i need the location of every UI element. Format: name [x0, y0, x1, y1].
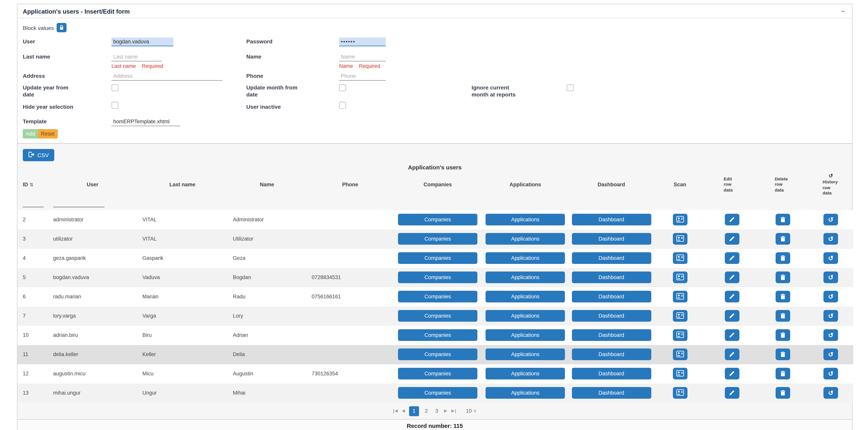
password-field[interactable] [339, 37, 386, 46]
history-row-button[interactable]: ↺ [824, 310, 838, 322]
companies-button[interactable]: Companies [398, 368, 477, 380]
edit-row-button[interactable] [725, 291, 739, 303]
history-row-button[interactable]: ↺ [824, 214, 838, 225]
edit-row-button[interactable] [725, 310, 739, 322]
delete-row-button[interactable] [776, 368, 790, 380]
collapse-panel-button[interactable]: − [841, 8, 845, 14]
dashboard-button[interactable]: Dashboard [572, 330, 651, 341]
table-row[interactable]: 10 adrian.biru Biru Adrian Companies App… [18, 326, 853, 345]
edit-row-button[interactable] [725, 272, 739, 283]
scan-button[interactable] [673, 349, 687, 360]
page-1-button[interactable]: 1 [409, 406, 419, 416]
companies-button[interactable]: Companies [398, 387, 477, 399]
edit-row-button[interactable] [725, 330, 739, 341]
page-3-button[interactable]: 3 [434, 408, 440, 414]
last-name-field[interactable] [112, 53, 162, 61]
dashboard-button[interactable]: Dashboard [572, 252, 651, 264]
scan-button[interactable] [673, 291, 687, 303]
companies-button[interactable]: Companies [398, 252, 477, 264]
scan-button[interactable] [673, 310, 687, 322]
template-field[interactable] [112, 118, 180, 126]
dashboard-button[interactable]: Dashboard [572, 368, 651, 380]
dashboard-button[interactable]: Dashboard [572, 272, 651, 283]
phone-field[interactable] [339, 72, 386, 81]
last-page-button[interactable]: ▶ [451, 409, 456, 413]
edit-row-button[interactable] [725, 214, 739, 225]
delete-row-button[interactable] [776, 349, 790, 360]
history-row-button[interactable]: ↺ [824, 272, 838, 283]
history-row-button[interactable]: ↺ [824, 330, 838, 341]
name-field[interactable] [339, 53, 386, 61]
history-row-button[interactable]: ↺ [824, 368, 838, 380]
companies-button[interactable]: Companies [398, 214, 477, 225]
companies-button[interactable]: Companies [398, 330, 477, 341]
hide-year-checkbox[interactable] [112, 102, 119, 109]
table-row[interactable]: 7 lory.varga Varga Lory Companies Applic… [18, 307, 853, 326]
csv-export-button[interactable]: CSV [23, 149, 54, 161]
delete-row-button[interactable] [776, 291, 790, 303]
id-filter-input[interactable] [23, 201, 44, 208]
edit-row-button[interactable] [725, 368, 739, 380]
companies-button[interactable]: Companies [398, 310, 477, 322]
applications-button[interactable]: Applications [486, 214, 565, 225]
scan-button[interactable] [673, 387, 687, 399]
update-year-checkbox[interactable] [112, 84, 119, 91]
companies-button[interactable]: Companies [398, 349, 477, 360]
applications-button[interactable]: Applications [486, 233, 565, 245]
table-row[interactable]: 3 utilizator VITAL Utilizator Companies … [18, 229, 853, 249]
history-row-button[interactable]: ↺ [824, 291, 838, 303]
applications-button[interactable]: Applications [486, 368, 565, 380]
table-row[interactable]: 13 mihai.ungur Ungur Mihai Companies App… [18, 383, 853, 403]
applications-button[interactable]: Applications [486, 330, 565, 341]
delete-row-button[interactable] [776, 233, 790, 245]
table-row[interactable]: 2 administrator VITAL Administrator Comp… [18, 210, 853, 229]
dashboard-button[interactable]: Dashboard [572, 349, 651, 360]
dashboard-button[interactable]: Dashboard [572, 310, 651, 322]
address-field[interactable] [112, 72, 222, 81]
delete-row-button[interactable] [776, 387, 790, 399]
column-header-id[interactable]: ID ⇅ [18, 172, 48, 197]
applications-button[interactable]: Applications [486, 387, 565, 399]
delete-row-button[interactable] [776, 310, 790, 322]
scan-button[interactable] [673, 368, 687, 380]
companies-button[interactable]: Companies [398, 291, 477, 303]
edit-row-button[interactable] [725, 252, 739, 264]
history-row-button[interactable]: ↺ [824, 349, 838, 360]
page-2-button[interactable]: 2 [423, 408, 430, 414]
applications-button[interactable]: Applications [486, 349, 565, 360]
ignore-current-checkbox[interactable] [567, 84, 574, 91]
applications-button[interactable]: Applications [486, 310, 565, 322]
dashboard-button[interactable]: Dashboard [572, 291, 651, 303]
scan-button[interactable] [673, 233, 687, 245]
scan-button[interactable] [673, 214, 687, 225]
companies-button[interactable]: Companies [398, 272, 477, 283]
update-month-checkbox[interactable] [339, 84, 346, 91]
delete-row-button[interactable] [776, 272, 790, 283]
delete-row-button[interactable] [776, 330, 790, 341]
edit-row-button[interactable] [725, 387, 739, 399]
history-row-button[interactable]: ↺ [824, 233, 838, 245]
history-row-button[interactable]: ↺ [824, 387, 838, 399]
dashboard-button[interactable]: Dashboard [572, 233, 651, 245]
block-values-lock-button[interactable] [57, 23, 67, 32]
add-button[interactable]: Add [23, 129, 38, 139]
user-filter-input[interactable] [53, 201, 104, 208]
prev-page-button[interactable]: ◀ [402, 409, 405, 413]
applications-button[interactable]: Applications [486, 272, 565, 283]
dashboard-button[interactable]: Dashboard [572, 387, 651, 399]
scan-button[interactable] [673, 330, 687, 341]
scan-button[interactable] [673, 252, 687, 264]
user-field[interactable] [112, 37, 173, 46]
table-row[interactable]: 4 geza.gasparik Gasparik Geza Companies … [18, 249, 853, 268]
table-row[interactable]: 12 augustin.micu Micu Augustin 730126354… [18, 364, 853, 383]
applications-button[interactable]: Applications [486, 291, 565, 303]
applications-button[interactable]: Applications [486, 252, 565, 264]
edit-row-button[interactable] [725, 349, 739, 360]
table-row[interactable]: 5 bogdan.vaduva Vaduva Bogdan 0728834531… [18, 268, 853, 287]
table-row[interactable]: 6 radu.marian Marian Radu 0756166161 Com… [18, 287, 853, 307]
first-page-button[interactable]: ◀ [393, 409, 398, 413]
user-inactive-checkbox[interactable] [339, 102, 346, 109]
scan-button[interactable] [673, 272, 687, 283]
delete-row-button[interactable] [776, 252, 790, 264]
edit-row-button[interactable] [725, 233, 739, 245]
